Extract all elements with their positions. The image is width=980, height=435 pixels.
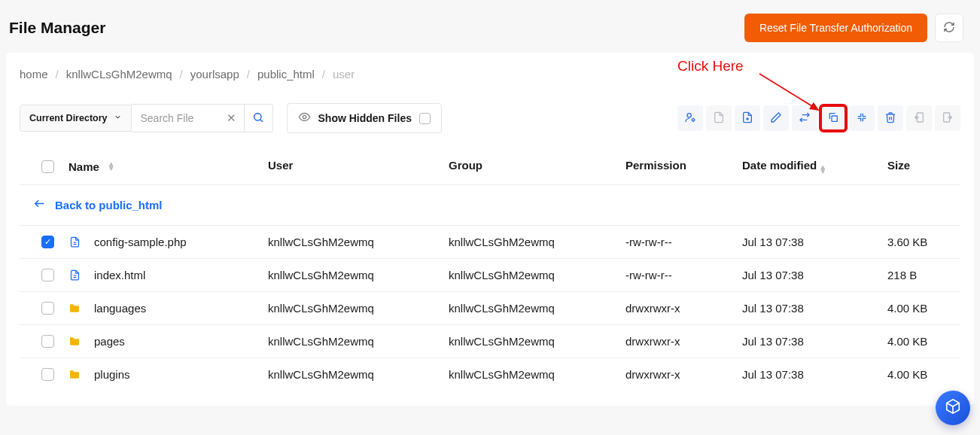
table-row[interactable]: pagesknllwCLsGhM2ewmqknllwCLsGhM2ewmqdrw… xyxy=(20,325,960,358)
cell-permission: -rw-rw-r-- xyxy=(625,236,742,248)
delete-icon xyxy=(884,111,896,126)
cell-size: 4.00 KB xyxy=(887,368,953,381)
cell-user: knllwCLsGhM2ewmq xyxy=(268,269,449,281)
back-link[interactable]: Back to public_html xyxy=(33,197,163,212)
chevron-down-icon xyxy=(114,113,122,123)
sort-icon: ▲▼ xyxy=(819,165,826,174)
edit-icon xyxy=(770,111,782,126)
svg-rect-7 xyxy=(832,116,837,121)
table-row[interactable]: languagesknllwCLsGhM2ewmqknllwCLsGhM2ewm… xyxy=(20,292,960,325)
user-settings-button[interactable] xyxy=(677,105,703,131)
cell-user: knllwCLsGhM2ewmq xyxy=(268,335,449,348)
breadcrumb-item[interactable]: knllwCLsGhM2ewmq xyxy=(66,68,172,81)
row-checkbox[interactable] xyxy=(41,302,54,315)
col-user[interactable]: User xyxy=(268,159,449,174)
cell-group: knllwCLsGhM2ewmq xyxy=(449,368,625,381)
help-fab[interactable] xyxy=(936,391,970,425)
cell-size: 4.00 KB xyxy=(887,302,953,315)
refresh-button[interactable] xyxy=(935,14,963,42)
breadcrumb-item: user xyxy=(333,68,355,81)
breadcrumb-item[interactable]: home xyxy=(20,68,48,81)
folder-icon xyxy=(68,303,81,315)
swap-button[interactable] xyxy=(792,105,817,131)
arrow-left-icon xyxy=(33,197,46,212)
back-link-label: Back to public_html xyxy=(55,199,163,211)
user-settings-icon xyxy=(684,111,696,126)
cube-icon xyxy=(945,398,961,418)
move-right-button[interactable] xyxy=(935,105,960,131)
show-hidden-toggle[interactable]: Show Hidden Files xyxy=(287,103,442,133)
svg-line-1 xyxy=(260,120,263,122)
compress-button[interactable] xyxy=(849,105,875,131)
breadcrumb-item[interactable]: yourlsapp xyxy=(190,68,239,81)
cell-size: 4.00 KB xyxy=(887,335,953,348)
cell-user: knllwCLsGhM2ewmq xyxy=(268,236,449,248)
search-button[interactable] xyxy=(245,104,273,132)
row-checkbox[interactable]: ✓ xyxy=(41,236,54,248)
eye-icon xyxy=(298,111,311,126)
move-left-icon xyxy=(913,111,925,126)
breadcrumb-item[interactable]: public_html xyxy=(257,68,315,81)
cell-date: Jul 13 07:38 xyxy=(742,236,887,248)
copy-button[interactable] xyxy=(820,105,846,131)
folder-icon xyxy=(68,369,81,381)
cell-size: 3.60 KB xyxy=(887,236,953,248)
table-row[interactable]: ✓config-sample.phpknllwCLsGhM2ewmqknllwC… xyxy=(20,226,960,259)
cell-date: Jul 13 07:38 xyxy=(742,302,887,315)
cell-permission: drwxrwxr-x xyxy=(625,335,742,348)
file-table: Name▲▼ User Group Permission Date modifi… xyxy=(20,150,960,391)
refresh-icon xyxy=(943,21,955,35)
hidden-files-checkbox[interactable] xyxy=(419,113,431,124)
cell-permission: -rw-rw-r-- xyxy=(625,269,742,281)
row-checkbox[interactable] xyxy=(41,269,54,281)
cell-group: knllwCLsGhM2ewmq xyxy=(449,335,625,348)
row-checkbox[interactable] xyxy=(41,368,54,381)
new-file-button[interactable] xyxy=(706,105,732,131)
svg-point-2 xyxy=(303,115,306,118)
cell-size: 218 B xyxy=(887,269,953,281)
cell-permission: drwxrwxr-x xyxy=(625,368,742,381)
col-date[interactable]: Date modified▲▼ xyxy=(742,159,887,174)
directory-scope-select[interactable]: Current Directory xyxy=(20,105,132,132)
new-folder-button[interactable] xyxy=(735,105,760,131)
file-icon xyxy=(68,236,81,248)
cell-group: knllwCLsGhM2ewmq xyxy=(449,236,625,248)
page-title: File Manager xyxy=(9,19,105,37)
file-name: config-sample.php xyxy=(94,236,187,248)
svg-point-4 xyxy=(692,118,694,120)
new-file-icon xyxy=(713,111,725,126)
cell-date: Jul 13 07:38 xyxy=(742,368,887,381)
table-row[interactable]: pluginsknllwCLsGhM2ewmqknllwCLsGhM2ewmqd… xyxy=(20,358,960,391)
svg-point-0 xyxy=(254,113,261,120)
table-row[interactable]: index.htmlknllwCLsGhM2ewmqknllwCLsGhM2ew… xyxy=(20,259,960,292)
cell-user: knllwCLsGhM2ewmq xyxy=(268,302,449,315)
svg-point-3 xyxy=(687,113,691,117)
reset-auth-button[interactable]: Reset File Transfer Authorization xyxy=(744,14,927,42)
sort-icon: ▲▼ xyxy=(108,162,115,171)
edit-button[interactable] xyxy=(763,105,789,131)
compress-icon xyxy=(856,111,868,126)
select-all-checkbox[interactable] xyxy=(41,160,54,173)
col-group[interactable]: Group xyxy=(449,159,625,174)
move-left-button[interactable] xyxy=(906,105,932,131)
search-icon xyxy=(252,111,264,126)
action-bar xyxy=(677,105,960,131)
directory-scope-label: Current Directory xyxy=(29,113,108,123)
cell-group: knllwCLsGhM2ewmq xyxy=(449,302,625,315)
show-hidden-label: Show Hidden Files xyxy=(318,112,412,124)
copy-icon xyxy=(827,111,839,126)
row-checkbox[interactable] xyxy=(41,335,54,348)
cell-user: knllwCLsGhM2ewmq xyxy=(268,368,449,381)
file-icon xyxy=(68,269,81,281)
cell-date: Jul 13 07:38 xyxy=(742,335,887,348)
col-size[interactable]: Size xyxy=(887,159,953,174)
cell-permission: drwxrwxr-x xyxy=(625,302,742,315)
file-name: pages xyxy=(94,335,125,348)
new-folder-icon xyxy=(741,111,753,126)
file-name: index.html xyxy=(94,269,145,281)
move-right-icon xyxy=(942,111,954,126)
col-name[interactable]: Name▲▼ xyxy=(68,159,268,174)
col-permission[interactable]: Permission xyxy=(625,159,742,174)
cell-group: knllwCLsGhM2ewmq xyxy=(449,269,625,281)
delete-button[interactable] xyxy=(878,105,903,131)
